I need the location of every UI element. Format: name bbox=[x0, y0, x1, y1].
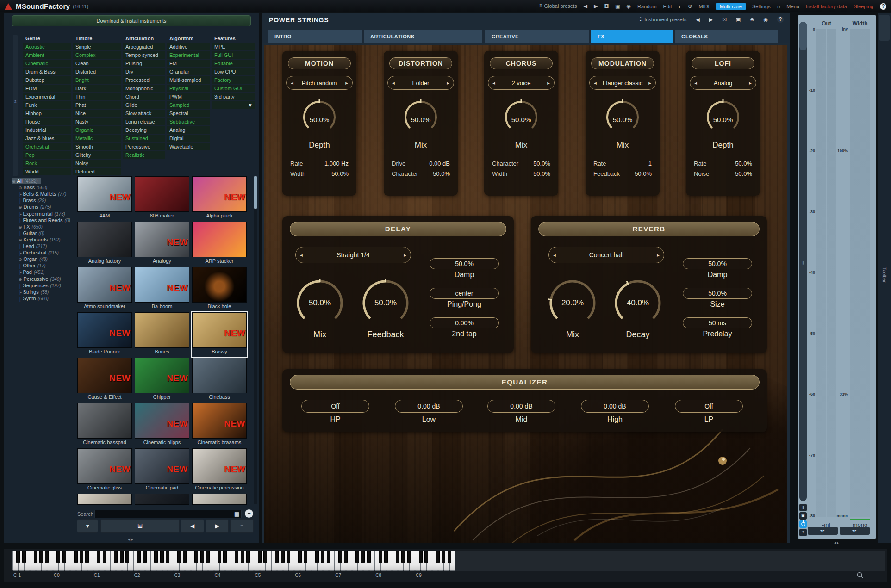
instrument-tile-bones[interactable]: Bones bbox=[135, 312, 189, 357]
tree-item-strings[interactable]: ├Strings(58) bbox=[19, 289, 49, 295]
filter-item-realistic[interactable]: Realistic bbox=[123, 151, 165, 159]
web-icon[interactable]: ⊕ bbox=[688, 3, 692, 9]
filter-item-drum-bass[interactable]: Drum & Bass bbox=[23, 68, 71, 75]
param-value[interactable]: 50.0% bbox=[533, 170, 550, 177]
filter-item-physical[interactable]: Physical bbox=[167, 85, 210, 92]
instrument-tile-black-hole[interactable]: Black hole bbox=[192, 267, 247, 311]
tab-creative[interactable]: CREATIVE bbox=[485, 30, 589, 43]
black-key[interactable] bbox=[304, 551, 307, 563]
instrument-tile-cinematic-braaams[interactable]: Cinematic braaamsNEW bbox=[192, 403, 247, 447]
fx-card-header[interactable]: CHORUS bbox=[490, 57, 553, 69]
chevron-left-icon[interactable]: ◂ bbox=[388, 80, 399, 86]
tree-item-guitar[interactable]: ├Guitar(0) bbox=[19, 230, 44, 236]
power-button[interactable] bbox=[799, 520, 807, 528]
param-value[interactable]: 50.0% bbox=[433, 170, 450, 177]
filter-item-monophonic[interactable]: Monophonic bbox=[123, 85, 165, 92]
black-key[interactable] bbox=[166, 551, 169, 563]
tree-item-all[interactable]: ⊕All(4082) bbox=[12, 178, 41, 184]
contrast-icon[interactable]: ◐ bbox=[679, 4, 682, 9]
instrument-tile-808-maker[interactable]: 808 maker bbox=[135, 176, 189, 221]
clear-search-button[interactable]: − bbox=[245, 509, 253, 518]
filter-item-wavetable[interactable]: Wavetable bbox=[167, 143, 210, 150]
filter-item-chord[interactable]: Chord bbox=[123, 93, 165, 100]
tree-expand-icon[interactable]: ⊕ bbox=[19, 186, 22, 190]
tab-fx[interactable]: FX bbox=[591, 30, 673, 43]
instrument-tile-4am[interactable]: 4AMNEW bbox=[77, 176, 132, 221]
filter-item-dark[interactable]: Dark bbox=[73, 85, 121, 92]
instrument-tile-brassy[interactable]: BrassyNEW bbox=[192, 312, 247, 357]
section-preset-selector[interactable]: ◂Concert hall▸ bbox=[548, 247, 664, 263]
filter-item-long-release[interactable]: Long release bbox=[123, 118, 165, 125]
black-key[interactable] bbox=[223, 551, 227, 563]
black-key[interactable] bbox=[321, 551, 324, 563]
filter-item-factory[interactable]: Factory bbox=[212, 76, 255, 84]
black-key[interactable] bbox=[200, 551, 204, 563]
meter-help-button[interactable]: ? bbox=[799, 529, 807, 536]
filter-item-processed[interactable]: Processed bbox=[123, 76, 165, 84]
equalizer-header[interactable]: EQUALIZER bbox=[290, 375, 760, 390]
filter-item-metallic[interactable]: Metallic bbox=[73, 135, 121, 142]
black-key[interactable] bbox=[39, 551, 43, 563]
chevron-right-icon[interactable]: ▸ bbox=[653, 252, 664, 258]
fx-param-row[interactable]: Feedback50.0% bbox=[593, 170, 652, 177]
black-key[interactable] bbox=[206, 551, 210, 563]
black-key[interactable] bbox=[379, 551, 382, 563]
black-key[interactable] bbox=[419, 551, 423, 563]
chevron-left-icon[interactable]: ◂ bbox=[488, 80, 499, 86]
add-icon[interactable]: ⊕ bbox=[750, 17, 754, 23]
filter-item-sustained[interactable]: Sustained bbox=[123, 135, 165, 142]
eq-band-value-lp[interactable]: Off bbox=[675, 400, 743, 413]
instrument-tile-cinematic-percussion[interactable]: Cinematic percussionNEW bbox=[192, 448, 247, 493]
black-key[interactable] bbox=[177, 551, 181, 563]
black-key[interactable] bbox=[85, 551, 89, 563]
knob-decay[interactable]: 40.0% bbox=[611, 277, 664, 329]
instrument-tile-cinematic-pad[interactable]: Cinematic padNEW bbox=[135, 448, 189, 493]
filter-item-custom-gui[interactable]: Custom GUI bbox=[212, 85, 255, 92]
save-icon[interactable]: ▣ bbox=[615, 3, 620, 9]
black-key[interactable] bbox=[45, 551, 49, 563]
black-key[interactable] bbox=[114, 551, 118, 563]
home-icon[interactable]: ⌂ bbox=[777, 4, 780, 9]
fx-preset-selector[interactable]: ◂Folder▸ bbox=[387, 76, 454, 90]
tree-expand-icon[interactable]: ⊕ bbox=[19, 277, 22, 282]
fx-card-header[interactable]: DISTORTION bbox=[389, 57, 452, 69]
black-key[interactable] bbox=[327, 551, 330, 563]
chevron-right-icon[interactable]: ▸ bbox=[399, 252, 411, 258]
tree-item-brass[interactable]: ├Brass(29) bbox=[19, 197, 46, 204]
instrument-tile-cinematic-gliss[interactable]: Cinematic glissNEW bbox=[77, 448, 132, 493]
instrument-tile-cinematic-basspad[interactable]: Cinematic basspad bbox=[77, 403, 132, 447]
black-key[interactable] bbox=[401, 551, 405, 563]
param-value-box-damp[interactable]: 50.0% bbox=[430, 258, 499, 269]
black-key[interactable] bbox=[235, 551, 238, 563]
tree-item-organ[interactable]: ⊕Organ(48) bbox=[19, 256, 48, 262]
filter-item-glide[interactable]: Glide bbox=[123, 101, 165, 109]
black-key[interactable] bbox=[22, 551, 26, 563]
tree-item-bells-mallets[interactable]: ├Bells & Mallets(77) bbox=[19, 191, 66, 197]
filter-item-full-gui[interactable]: Full GUI bbox=[212, 51, 255, 59]
black-key[interactable] bbox=[103, 551, 106, 563]
black-key[interactable] bbox=[80, 551, 83, 563]
fx-card-header[interactable]: MODULATION bbox=[591, 57, 654, 69]
chevron-right-icon[interactable]: ▸ bbox=[341, 80, 352, 86]
black-key[interactable] bbox=[246, 551, 250, 563]
install-factory-data-button[interactable]: Install factory data bbox=[806, 4, 847, 9]
instrument-tile-partial[interactable] bbox=[135, 494, 189, 505]
fx-param-row[interactable]: Rate1 bbox=[593, 160, 652, 167]
filter-item-experimental[interactable]: Experimental bbox=[23, 93, 71, 100]
random-button[interactable]: Random bbox=[637, 4, 657, 9]
section-header[interactable]: DELAY bbox=[290, 222, 506, 236]
tree-item-experimental[interactable]: ├Experimental(173) bbox=[19, 210, 65, 217]
black-key[interactable] bbox=[436, 551, 440, 563]
fx-preset-selector[interactable]: ◂2 voice▸ bbox=[488, 76, 555, 90]
param-value[interactable]: 0.00 dB bbox=[429, 160, 450, 167]
chevron-left-icon[interactable]: ◂ bbox=[549, 252, 560, 258]
filter-item-granular[interactable]: Granular bbox=[167, 68, 210, 75]
tree-item-synth[interactable]: ├Synth(680) bbox=[19, 295, 49, 302]
instrument-tile-atmo-soundmaker[interactable]: Atmo soundmakerNEW bbox=[77, 267, 132, 311]
black-key[interactable] bbox=[424, 551, 428, 563]
filter-item-analog[interactable]: Analog bbox=[167, 126, 210, 134]
filter-item-acoustic[interactable]: Acoustic bbox=[23, 43, 71, 50]
fx-card-header[interactable]: LOFI bbox=[692, 57, 754, 69]
random-instrument-button[interactable]: ⚄ bbox=[100, 519, 180, 533]
black-key[interactable] bbox=[407, 551, 411, 563]
